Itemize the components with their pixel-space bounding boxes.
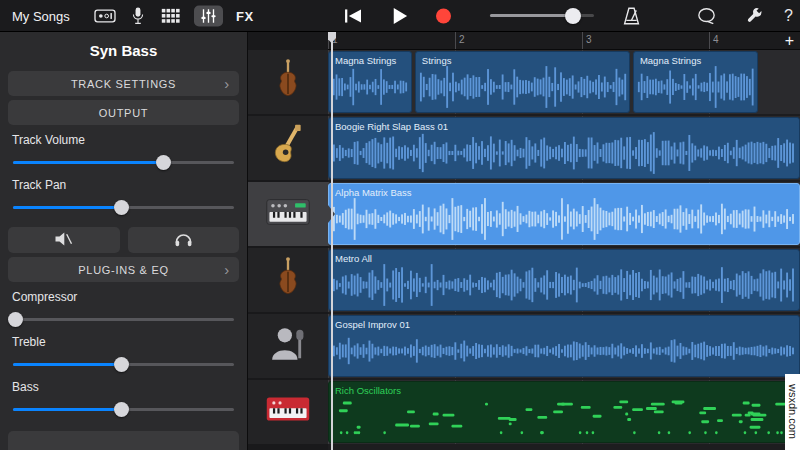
audio-waveform (331, 197, 797, 241)
loop-browser-icon[interactable] (697, 7, 716, 24)
region-label: Magna Strings (634, 52, 758, 66)
region-boogie-right-slap-bass-01[interactable]: Boogie Right Slap Bass 01 (328, 117, 800, 179)
track-row: Rich Oscillators (328, 380, 800, 444)
region-gospel-improv-01[interactable]: Gospel Improv 01 (328, 315, 800, 377)
slider-thumb[interactable] (8, 312, 23, 327)
master-volume-slider[interactable] (490, 9, 594, 23)
metronome-icon[interactable] (622, 6, 641, 25)
garageband-app: My Songs FX (0, 0, 800, 450)
plugins-eq-label: PLUG-INS & EQ (78, 264, 168, 276)
volume-fill (490, 14, 573, 18)
slider-label: Bass (12, 380, 235, 394)
compressor-slider[interactable]: Compressor (12, 290, 235, 327)
record-button[interactable] (436, 8, 451, 23)
audio-waveform (331, 65, 409, 109)
track-header-red-keyboard[interactable] (248, 380, 328, 444)
region-magna-strings[interactable]: Magna Strings (328, 51, 412, 113)
region-label: Strings (416, 52, 629, 66)
fx-button[interactable]: FX (236, 8, 254, 23)
track-controls-panel: Syn Bass TRACK SETTINGS › OUTPUT Track V… (0, 32, 248, 450)
region-label: Metro All (329, 250, 799, 264)
track-header-column (248, 32, 328, 450)
headphones-icon (174, 231, 193, 250)
region-label: Magna Strings (329, 52, 411, 66)
audio-waveform (636, 65, 756, 109)
region-rich-oscillators[interactable]: Rich Oscillators (328, 381, 800, 443)
track-row: Magna StringsStringsMagna Strings (328, 50, 800, 114)
track-row: Alpha Matrix Bass (328, 182, 800, 246)
wrench-icon[interactable] (746, 7, 763, 24)
output-label: OUTPUT (99, 107, 148, 119)
live-loops-grid-icon[interactable] (161, 8, 180, 24)
strings-icon (271, 255, 305, 305)
mixer-controls-icon[interactable] (194, 5, 223, 26)
track-pan-slider[interactable]: Track Pan (12, 178, 235, 215)
timeline-ruler[interactable]: + 1234 (328, 32, 800, 50)
audio-waveform (331, 131, 797, 175)
ruler-mark: 3 (586, 34, 592, 45)
mute-solo-row (8, 227, 239, 253)
skip-to-start-button[interactable] (344, 8, 363, 23)
strings-icon (271, 57, 305, 107)
track-header-strings[interactable] (248, 248, 328, 312)
region-label: Rich Oscillators (329, 382, 799, 396)
track-row: Metro All (328, 248, 800, 312)
timeline-rows: Magna StringsStringsMagna StringsBoogie … (328, 50, 800, 450)
track-header-bass-guitar[interactable] (248, 116, 328, 180)
track-row: Boogie Right Slap Bass 01 (328, 116, 800, 180)
slider-label: Track Pan (12, 178, 235, 192)
vocal-mic-icon (269, 323, 307, 369)
chevron-right-icon: › (224, 262, 230, 277)
microphone-icon[interactable] (131, 6, 145, 25)
topbar: My Songs FX (0, 0, 800, 32)
region-label: Gospel Improv 01 (329, 316, 799, 330)
my-songs-button[interactable]: My Songs (12, 8, 70, 23)
mute-button[interactable] (8, 227, 120, 253)
track-settings-label: TRACK SETTINGS (71, 78, 176, 90)
plugins-eq-button[interactable]: PLUG-INS & EQ › (8, 257, 239, 282)
midi-notes (331, 395, 797, 439)
bass-slider[interactable]: Bass (12, 380, 235, 417)
audio-waveform (331, 263, 797, 307)
region-label: Alpha Matrix Bass (329, 184, 799, 198)
synth-keyboard-icon (265, 194, 311, 234)
track-settings-button[interactable]: TRACK SETTINGS › (8, 71, 239, 96)
bass-guitar-icon (269, 123, 307, 173)
slider-label: Compressor (12, 290, 235, 304)
track-row: Gospel Improv 01 (328, 314, 800, 378)
red-keyboard-icon (265, 394, 311, 430)
selected-track-title: Syn Bass (0, 32, 247, 67)
help-button[interactable]: ? (784, 7, 793, 25)
slider-thumb[interactable] (114, 357, 129, 372)
region-strings[interactable]: Strings (415, 51, 630, 113)
ruler-mark: 1 (332, 34, 338, 45)
headphones-button[interactable] (128, 227, 240, 253)
add-section-button[interactable]: + (785, 32, 794, 50)
play-button[interactable] (392, 7, 408, 25)
view-switch-icon[interactable] (94, 8, 116, 23)
audio-waveform (418, 65, 627, 109)
track-header-synth-keyboard[interactable] (248, 182, 328, 246)
region-label: Boogie Right Slap Bass 01 (329, 118, 799, 132)
region-metro-all[interactable]: Metro All (328, 249, 800, 311)
track-volume-slider[interactable]: Track Volume (12, 133, 235, 170)
chevron-right-icon: › (224, 76, 230, 91)
output-section-header[interactable]: OUTPUT (8, 100, 239, 125)
selected-track-arrow (328, 205, 335, 223)
slider-thumb[interactable] (114, 200, 129, 215)
slider-label: Treble (12, 335, 235, 349)
region-alpha-matrix-bass[interactable]: Alpha Matrix Bass (328, 183, 800, 245)
speaker-muted-icon (53, 231, 74, 250)
slider-label: Track Volume (12, 133, 235, 147)
region-magna-strings[interactable]: Magna Strings (633, 51, 759, 113)
watermark: wsxdn.com (785, 374, 800, 450)
slider-thumb[interactable] (114, 402, 129, 417)
volume-thumb[interactable] (565, 8, 581, 24)
track-header-strings[interactable] (248, 50, 328, 114)
record-icon (436, 8, 451, 23)
ruler-mark: 2 (459, 34, 465, 45)
next-section-header[interactable] (8, 431, 239, 450)
track-header-vocal-mic[interactable] (248, 314, 328, 378)
treble-slider[interactable]: Treble (12, 335, 235, 372)
slider-thumb[interactable] (156, 155, 171, 170)
